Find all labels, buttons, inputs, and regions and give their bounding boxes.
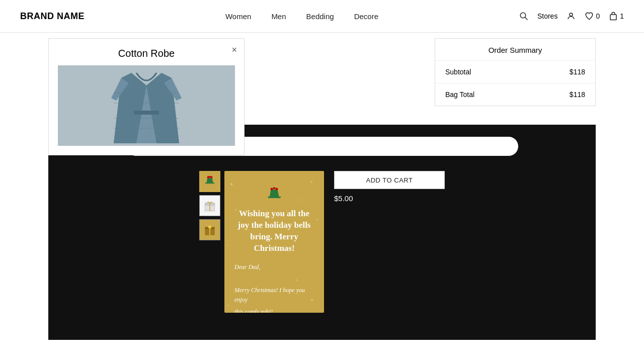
wishlist-count: 0 xyxy=(596,12,600,20)
gift-box-icon xyxy=(203,199,216,212)
popup-product-title: Cotton Robe xyxy=(58,48,235,59)
header: BRAND NAME Women Men Bedding Decore Stor… xyxy=(0,0,644,33)
popup-product-image xyxy=(58,65,235,146)
product-popup: × Cotton Robe xyxy=(48,38,245,155)
svg-point-21 xyxy=(208,225,212,229)
stores-button[interactable]: Stores xyxy=(537,12,557,20)
svg-point-32 xyxy=(271,188,273,191)
thumbnail-list xyxy=(199,171,220,240)
main-nav: Women Men Bedding Decore xyxy=(225,12,378,21)
action-area: ADD TO CART $5.00 xyxy=(334,171,445,203)
price-label: $5.00 xyxy=(334,194,445,203)
gift-card-salutation: Dear Dad, xyxy=(234,262,314,272)
cart-count: 1 xyxy=(620,12,624,20)
thumbnail-2[interactable] xyxy=(199,195,220,216)
gift-card-body-line2: this comfy rob!! xyxy=(234,307,314,313)
svg-text:✦: ✦ xyxy=(315,217,319,222)
svg-point-11 xyxy=(209,185,211,187)
gift-card-body-line1: Merry Christmas! I hope you enjoy xyxy=(234,286,314,305)
cart-button[interactable]: 1 xyxy=(609,12,624,21)
search-icon xyxy=(519,12,528,21)
subtotal-value: $118 xyxy=(570,68,585,76)
svg-point-31 xyxy=(273,199,276,202)
svg-point-12 xyxy=(207,176,209,178)
robe-illustration xyxy=(106,68,187,143)
nav-decore[interactable]: Decore xyxy=(354,12,378,21)
account-button[interactable] xyxy=(567,12,576,21)
bag-total-label: Bag Total xyxy=(445,90,474,99)
gift-card-body: Dear Dad, Merry Christmas! I hope you en… xyxy=(234,262,314,313)
stores-label: Stores xyxy=(537,12,557,20)
bell-thumb-icon xyxy=(203,175,216,188)
gold-gift-icon xyxy=(203,223,216,236)
brand-name: BRAND NAME xyxy=(20,11,85,22)
svg-rect-4 xyxy=(134,111,159,115)
svg-point-2 xyxy=(570,13,573,16)
thumbnail-3[interactable] xyxy=(199,219,220,240)
nav-bedding[interactable]: Bedding xyxy=(306,12,334,21)
dark-section: ✦ ✦ ✦ ✦ ✦ ✦ ✦ ✦ ✦ xyxy=(48,125,596,340)
account-icon xyxy=(567,12,576,21)
gift-card: ✦ ✦ ✦ ✦ ✦ ✦ ✦ ✦ ✦ xyxy=(224,171,324,313)
svg-text:✦: ✦ xyxy=(310,180,313,185)
svg-text:✦: ✦ xyxy=(229,182,233,187)
svg-point-13 xyxy=(210,176,212,178)
svg-text:✦: ✦ xyxy=(227,244,229,247)
subtotal-row: Subtotal $118 xyxy=(435,61,595,83)
svg-text:✦: ✦ xyxy=(227,304,230,308)
search-button[interactable] xyxy=(519,12,528,21)
svg-point-34 xyxy=(273,187,275,189)
svg-point-0 xyxy=(520,13,526,18)
header-icons: Stores 0 1 xyxy=(519,12,624,21)
nav-women[interactable]: Women xyxy=(225,12,251,21)
bag-total-value: $118 xyxy=(570,90,585,99)
add-to-cart-button[interactable]: ADD TO CART xyxy=(334,171,445,189)
card-bell-decoration xyxy=(265,186,283,204)
svg-rect-3 xyxy=(610,15,616,20)
bag-icon xyxy=(609,12,618,21)
subtotal-label: Subtotal xyxy=(445,68,471,76)
nav-men[interactable]: Men xyxy=(271,12,286,21)
gift-card-heading: Wishing you all the joy the holiday bell… xyxy=(234,208,314,254)
order-summary-panel: Order Summary Subtotal $118 Bag Total $1… xyxy=(435,38,596,106)
svg-line-1 xyxy=(525,17,527,20)
order-summary-title: Order Summary xyxy=(435,39,595,61)
heart-icon xyxy=(585,12,594,21)
bag-total-row: Bag Total $118 xyxy=(435,83,595,106)
svg-point-33 xyxy=(276,188,278,191)
thumbnail-1[interactable] xyxy=(199,171,220,192)
svg-point-14 xyxy=(209,176,210,177)
popup-close-button[interactable]: × xyxy=(231,45,237,55)
card-area: ✦ ✦ ✦ ✦ ✦ ✦ ✦ ✦ ✦ xyxy=(199,171,445,313)
wishlist-button[interactable]: 0 xyxy=(585,12,600,21)
